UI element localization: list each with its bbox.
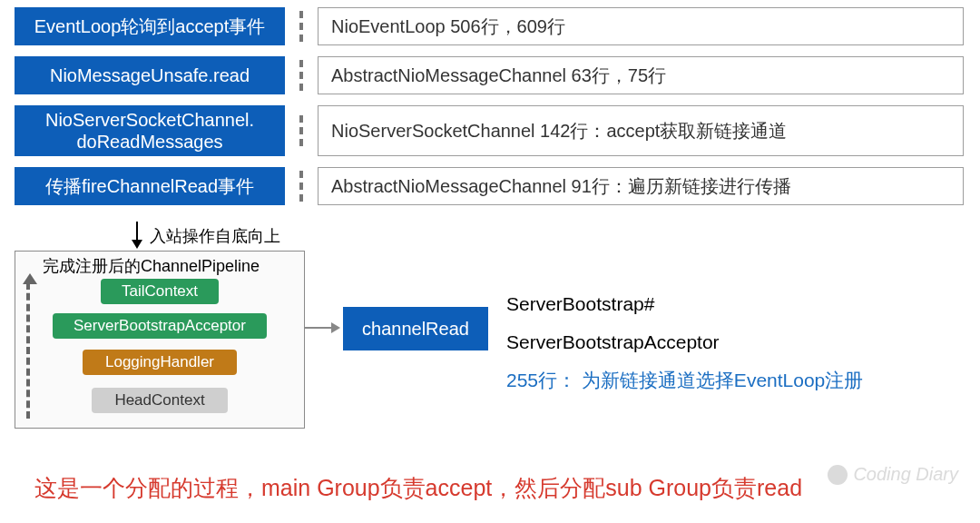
inbound-label: 入站操作自底向上 bbox=[150, 225, 280, 247]
pipeline-box: 完成注册后的ChannelPipeline TailContext Server… bbox=[15, 251, 305, 429]
dash-connector bbox=[285, 105, 318, 156]
step-row-2: NioMessageUnsafe.read AbstractNioMessage… bbox=[15, 56, 980, 94]
note-line-1: ServerBootstrap# bbox=[506, 285, 863, 323]
step-row-3: NioServerSocketChannel. doReadMessages N… bbox=[15, 105, 980, 156]
step-desc: NioEventLoop 506行，609行 bbox=[318, 7, 964, 45]
arrow-up-dashed-icon bbox=[26, 282, 30, 419]
step-label: EventLoop轮询到accept事件 bbox=[15, 7, 285, 45]
step-desc: AbstractNioMessageChannel 91行：遍历新链接进行传播 bbox=[318, 167, 964, 205]
step-row-4: 传播fireChannelRead事件 AbstractNioMessageCh… bbox=[15, 167, 980, 205]
step-rows: EventLoop轮询到accept事件 NioEventLoop 506行，6… bbox=[15, 7, 980, 216]
logging-handler: LoggingHandler bbox=[83, 350, 237, 375]
head-context: HeadContext bbox=[92, 388, 228, 413]
footer-summary: 这是一个分配的过程，main Group负责accept，然后分配sub Gro… bbox=[34, 473, 802, 503]
step-label: NioMessageUnsafe.read bbox=[15, 56, 285, 94]
step-row-1: EventLoop轮询到accept事件 NioEventLoop 506行，6… bbox=[15, 7, 980, 45]
arrow-down-icon bbox=[136, 222, 138, 247]
step-label: NioServerSocketChannel. doReadMessages bbox=[15, 105, 285, 156]
step-desc: NioServerSocketChannel 142行：accept获取新链接通… bbox=[318, 105, 964, 156]
server-bootstrap-acceptor: ServerBootstrapAcceptor bbox=[53, 313, 267, 339]
right-notes: ServerBootstrap# ServerBootstrapAcceptor… bbox=[506, 285, 863, 400]
step-label: 传播fireChannelRead事件 bbox=[15, 167, 285, 205]
note-line-2: ServerBootstrapAcceptor bbox=[506, 323, 863, 361]
note-line-3: 255行： 为新链接通道选择EventLoop注册 bbox=[506, 361, 863, 400]
dash-connector bbox=[285, 56, 318, 94]
dash-connector bbox=[285, 7, 318, 45]
step-desc: AbstractNioMessageChannel 63行，75行 bbox=[318, 56, 964, 94]
wechat-icon bbox=[828, 465, 848, 485]
tail-context: TailContext bbox=[101, 279, 219, 304]
watermark: Coding Diary bbox=[828, 464, 958, 485]
pipeline-title: 完成注册后的ChannelPipeline bbox=[15, 252, 304, 279]
arrow-right-icon bbox=[304, 327, 338, 329]
dash-connector bbox=[285, 167, 318, 205]
channel-read-box: channelRead bbox=[343, 307, 488, 350]
watermark-text: Coding Diary bbox=[853, 464, 958, 485]
